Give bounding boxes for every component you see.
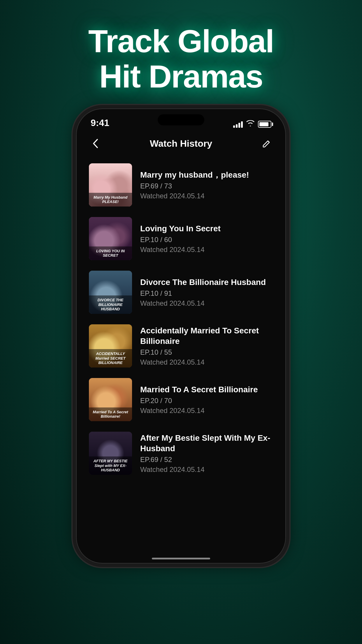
drama-thumbnail-3: DIVORCE THE BILLIONAIRE HUSBAND	[89, 271, 132, 314]
drama-episode-2: EP.10 / 60	[140, 236, 273, 244]
wifi-icon	[246, 120, 254, 128]
drama-title-4: Accidentally Married To Secret Billionai…	[140, 326, 273, 347]
status-icons	[233, 120, 271, 130]
signal-icon	[233, 121, 243, 128]
phone-mockup: 9:41 Watc	[76, 108, 286, 564]
drama-watched-1: Watched 2024.05.14	[140, 192, 273, 200]
history-item-4[interactable]: ACCIDENTALLY Married SECRET BILLIONAIRE …	[76, 319, 286, 373]
drama-episode-5: EP.20 / 70	[140, 397, 273, 405]
history-list: Marry My Husband PLEASE! Marry my husban…	[76, 155, 286, 564]
dynamic-island	[158, 114, 204, 125]
nav-bar: Watch History	[76, 132, 286, 155]
history-item-3[interactable]: DIVORCE THE BILLIONAIRE HUSBAND Divorce …	[76, 265, 286, 319]
drama-info-1: Marry my husband，please! EP.69 / 73 Watc…	[140, 170, 273, 200]
edit-button[interactable]	[260, 137, 273, 150]
drama-episode-4: EP.10 / 55	[140, 348, 273, 356]
drama-info-3: Divorce The Billionaire Husband EP.10 / …	[140, 277, 273, 307]
drama-episode-6: EP.69 / 52	[140, 456, 273, 464]
history-item-5[interactable]: Married To A Secret Billionaire! Married…	[76, 373, 286, 426]
drama-info-5: Married To A Secret Billionaire EP.20 / …	[140, 384, 273, 415]
drama-title-3: Divorce The Billionaire Husband	[140, 277, 273, 288]
status-time: 9:41	[91, 118, 109, 130]
drama-thumbnail-4: ACCIDENTALLY Married SECRET BILLIONAIRE	[89, 324, 132, 368]
app-content: Watch History Marry My Husband PLEASE! M…	[76, 132, 286, 564]
drama-info-4: Accidentally Married To Secret Billionai…	[140, 326, 273, 367]
history-item-1[interactable]: Marry My Husband PLEASE! Marry my husban…	[76, 158, 286, 212]
drama-watched-6: Watched 2024.05.14	[140, 466, 273, 474]
page-title: Watch History	[150, 138, 212, 149]
drama-title-2: Loving You In Secret	[140, 223, 273, 234]
battery-icon	[258, 121, 271, 128]
drama-watched-5: Watched 2024.05.14	[140, 407, 273, 415]
drama-thumbnail-5: Married To A Secret Billionaire!	[89, 378, 132, 421]
drama-thumbnail-6: AFTER MY BESTIE Slept with MY EX-HUSBAND	[89, 432, 132, 475]
drama-info-2: Loving You In Secret EP.10 / 60 Watched …	[140, 223, 273, 254]
drama-title-5: Married To A Secret Billionaire	[140, 384, 273, 395]
drama-episode-1: EP.69 / 73	[140, 182, 273, 190]
back-button[interactable]	[89, 137, 102, 150]
history-item-6[interactable]: AFTER MY BESTIE Slept with MY EX-HUSBAND…	[76, 426, 286, 480]
drama-thumbnail-2: LOVING YOU IN SECRET	[89, 217, 132, 260]
drama-watched-4: Watched 2024.05.14	[140, 358, 273, 366]
drama-info-6: After My Bestie Slept With My Ex-Husband…	[140, 433, 273, 474]
hero-title: Track Global Hit Dramas	[88, 23, 274, 94]
drama-watched-2: Watched 2024.05.14	[140, 246, 273, 254]
hero-section: Track Global Hit Dramas	[88, 23, 274, 94]
drama-title-6: After My Bestie Slept With My Ex-Husband	[140, 433, 273, 454]
drama-thumbnail-1: Marry My Husband PLEASE!	[89, 163, 132, 206]
drama-title-1: Marry my husband，please!	[140, 170, 273, 180]
drama-episode-3: EP.10 / 91	[140, 289, 273, 298]
drama-watched-3: Watched 2024.05.14	[140, 299, 273, 307]
history-item-2[interactable]: LOVING YOU IN SECRET Loving You In Secre…	[76, 212, 286, 265]
home-indicator	[152, 558, 210, 559]
